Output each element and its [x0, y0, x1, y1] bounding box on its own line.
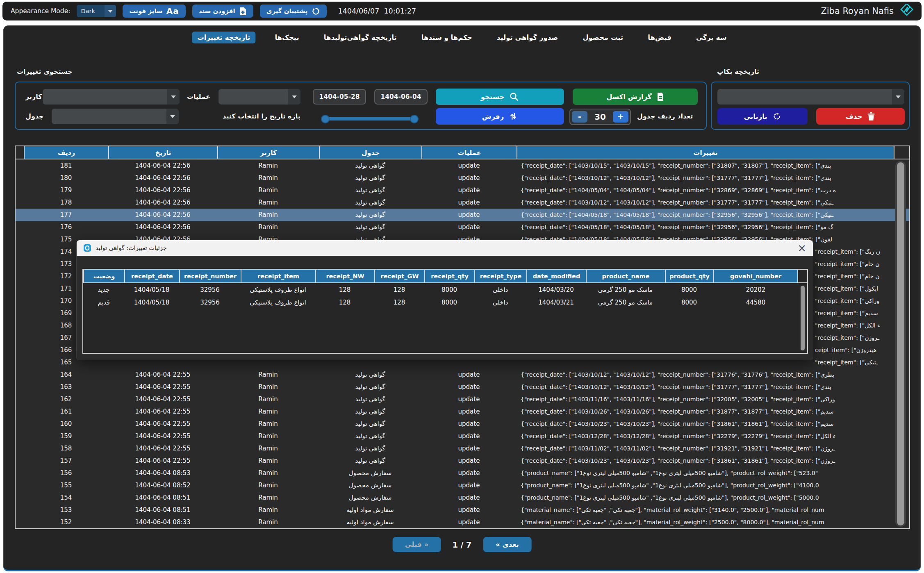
cell-op: update [421, 457, 517, 464]
tab-5[interactable]: ثبت محصول [577, 32, 628, 43]
row-count-plus-button[interactable]: + [613, 111, 628, 123]
backup-button[interactable]: پشتیبان گیری [260, 5, 327, 18]
cell-table: گواهی تولید [319, 432, 421, 440]
table-scrollbar[interactable] [895, 161, 906, 527]
slider-handle-left[interactable] [321, 115, 330, 123]
detail-column-header-6: receipt_qty [424, 270, 474, 282]
detail-table-scrollbar[interactable] [800, 285, 806, 351]
table-row-159[interactable]: 1591404-06-04 22:55Raminگواهی تولیدupdat… [16, 430, 909, 442]
backup-history-combobox[interactable] [717, 89, 904, 105]
cell-changes: {"material_name": ["جعبه تکی", "جعبه تکی… [517, 507, 894, 513]
cell-table: گواهی تولید [319, 174, 421, 182]
cell-user: Ramin [217, 223, 319, 231]
restore-backup-button[interactable]: بازیابی [717, 108, 808, 125]
cell-user: Ramin [217, 457, 319, 464]
table-row-178[interactable]: 1781404-06-04 22:56Raminگواهی تولیدupdat… [16, 196, 909, 209]
table-row-176[interactable]: 1761404-06-04 22:56Raminگواهی تولیدupdat… [16, 221, 909, 233]
table-row-181[interactable]: 1811404-06-04 22:56Raminگواهی تولیدupdat… [16, 159, 909, 172]
cell-table: گواهی تولید [319, 186, 421, 194]
operation-filter-combobox[interactable] [218, 89, 300, 105]
tab-0-active[interactable]: تاریخچه تغییرات [192, 32, 255, 43]
appearance-mode-label: Appearance Mode: [11, 7, 70, 15]
excel-report-button[interactable]: گزارش اکسل [573, 89, 698, 105]
font-size-button[interactable]: سایز فونت Aa [123, 5, 185, 18]
detail-table-row-0[interactable]: جدید1404/05/1832956انواع ظروف پلاستیکی12… [83, 283, 807, 296]
refresh-button[interactable]: رفرش [436, 108, 564, 125]
table-header-row: ردیفتاریخکاربرجدولعملیاتتغییرات [16, 146, 909, 159]
detail-cell: 8000 [665, 299, 713, 306]
detail-cell: 1404/03/20 [526, 286, 586, 293]
top-bar: Appearance Mode: Dark سایز فونت Aa افزود… [2, 2, 922, 20]
date-from-input[interactable]: 1404-05-28 [313, 89, 366, 105]
tab-6[interactable]: قبض‌ها [642, 32, 677, 43]
cell-id: 180 [24, 174, 108, 182]
search-button-label: جستجو [481, 93, 505, 101]
tab-1[interactable]: بیجک‌ها [269, 32, 304, 43]
row-count-minus-button[interactable]: - [572, 111, 587, 123]
table-row-155[interactable]: 1551404-06-04 08:52Raminسفارش محصولupdat… [16, 479, 909, 491]
add-document-button[interactable]: افزودن سند [192, 5, 253, 18]
user-filter-combobox[interactable] [43, 89, 180, 105]
detail-cell: انواع ظروف پلاستیکی [241, 299, 315, 306]
detail-column-header-2: receipt_number [179, 270, 241, 282]
cell-op: update [421, 506, 517, 514]
theme-select[interactable]: Dark [77, 5, 116, 17]
date-to-input[interactable]: 1404-06-04 [374, 89, 428, 105]
detail-cell: 8000 [424, 299, 474, 306]
cell-id: 160 [24, 420, 108, 427]
detail-table-row-1[interactable]: قدیم1404/05/1832956انواع ظروف پلاستیکی12… [83, 296, 807, 309]
table-row-157[interactable]: 1571404-06-04 22:55Raminگواهی تولیدupdat… [16, 455, 909, 467]
table-filter-combobox[interactable] [52, 109, 179, 124]
cell-user: Ramin [217, 211, 319, 218]
dialog-titlebar[interactable]: جزئیات تغییرات: گواهی تولید × [77, 240, 813, 256]
search-button[interactable]: جستجو [436, 89, 564, 105]
cell-user: Ramin [217, 482, 319, 489]
table-row-160[interactable]: 1601404-06-04 22:55Raminگواهی تولیدupdat… [16, 418, 909, 430]
close-icon[interactable]: × [797, 243, 806, 253]
dialog-app-icon [83, 244, 91, 252]
detail-table-scrollbar-thumb[interactable] [801, 286, 805, 350]
tab-3[interactable]: حکم‌ها و سندها [416, 32, 478, 43]
tab-7[interactable]: سه برگی [691, 32, 732, 43]
cell-id: 162 [24, 396, 108, 403]
table-row-163[interactable]: 1631404-06-04 22:55Raminگواهی تولیدupdat… [16, 381, 909, 393]
delete-backup-button[interactable]: حذف [816, 108, 905, 125]
cell-changes: {"receipt_date": ["1403/10/15", "1403/10… [517, 162, 894, 169]
table-row-153[interactable]: 1531404-06-04 08:51Raminسفارش مواد اولیه… [16, 504, 909, 516]
table-row-154[interactable]: 1541404-06-04 08:51Raminسفارش محصولupdat… [16, 491, 909, 504]
font-size-label: سایز فونت [129, 7, 162, 15]
cell-id: 176 [24, 223, 108, 231]
cell-changes: {"receipt_date": ["1404/05/18", "1404/05… [517, 224, 894, 230]
cell-table: سفارش محصول [319, 469, 421, 477]
cell-changes: {"product_name": ["شامپو 500میلی لیتری ن… [517, 482, 894, 489]
tab-2[interactable]: تاریخچه گواهی‌تولیدها [319, 32, 402, 43]
operation-filter-label: عملیات [187, 93, 210, 100]
next-page-button[interactable]: « بعدی [483, 537, 531, 552]
cell-date: 1404-06-04 22:55 [108, 371, 217, 378]
cell-id: 155 [24, 482, 108, 489]
slider-handle-right[interactable] [410, 115, 419, 123]
cell-date: 1404-06-04 22:56 [108, 162, 217, 169]
tab-4[interactable]: صدور گواهی تولید [492, 32, 563, 43]
table-row-152[interactable]: 1521404-06-04 08:33Raminسفارش مواد اولیه… [16, 516, 909, 528]
cell-user: Ramin [217, 518, 319, 526]
cell-id: 158 [24, 445, 108, 452]
table-row-156[interactable]: 1561404-06-04 08:53Raminسفارش محصولupdat… [16, 467, 909, 479]
detail-cell: داخلی [474, 299, 526, 306]
table-scrollbar-thumb[interactable] [897, 162, 904, 525]
detail-cell: 128 [315, 286, 374, 293]
previous-page-button[interactable]: قبلی » [393, 537, 441, 552]
detail-cell: 128 [315, 299, 374, 306]
table-row-161[interactable]: 1611404-06-04 22:55Raminگواهی تولیدupdat… [16, 405, 909, 418]
cell-user: Ramin [217, 186, 319, 194]
cell-changes: {"receipt_date": ["1403/10/12", "1403/10… [517, 384, 894, 390]
cell-changes: {"receipt_date": ["1403/10/12", "1403/10… [517, 199, 894, 206]
table-row-179[interactable]: 1791404-06-04 22:56Raminگواهی تولیدupdat… [16, 184, 909, 196]
table-row-158[interactable]: 1581404-06-04 22:55Raminگواهی تولیدupdat… [16, 442, 909, 455]
document-plus-icon [239, 7, 247, 16]
detail-cell: 32956 [179, 299, 241, 306]
table-row-164[interactable]: 1641404-06-04 22:55Raminگواهی تولیدupdat… [16, 368, 909, 381]
table-row-177[interactable]: 1771404-06-04 22:56Raminگواهی تولیدupdat… [16, 209, 909, 221]
table-row-180[interactable]: 1801404-06-04 22:56Raminگواهی تولیدupdat… [16, 172, 909, 184]
table-row-162[interactable]: 1621404-06-04 22:55Raminگواهی تولیدupdat… [16, 393, 909, 405]
